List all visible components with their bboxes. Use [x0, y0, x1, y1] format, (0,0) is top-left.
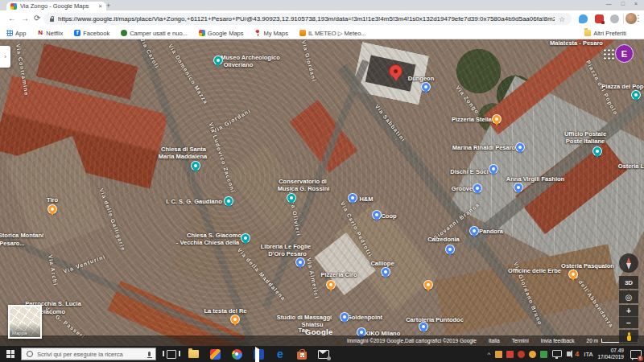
poi-label[interactable]: Storica Montani [0, 232, 43, 239]
satellite-map[interactable]: Museo ArcheologicoOliverianoMalatesta - … [0, 39, 644, 346]
church-icon[interactable] [241, 233, 250, 243]
bookmark-item[interactable]: Camper usati e nuo... [121, 30, 188, 37]
poi-label[interactable]: Anna Virgili Fashion [506, 175, 564, 183]
tray-app-3-icon[interactable] [518, 351, 525, 358]
other-bookmarks-button[interactable]: Altri Preferiti [584, 30, 626, 37]
camera-icon[interactable] [631, 90, 641, 100]
maximize-button[interactable]: □ [621, 1, 625, 6]
hidden-icons-chevron[interactable]: ^ [488, 351, 491, 358]
poi-label[interactable]: H&M [359, 195, 373, 203]
restaurant-icon[interactable] [492, 114, 502, 124]
minimize-button[interactable]: — [606, 1, 612, 6]
back-icon[interactable]: ← [8, 14, 16, 23]
poi-label[interactable]: Cartoleria Puntodoc [406, 316, 464, 323]
extension-grey-icon[interactable] [610, 14, 619, 23]
shopping-bag-icon[interactable] [514, 183, 523, 192]
shopping-bag-icon[interactable] [473, 183, 482, 193]
restaurant-icon[interactable] [47, 204, 57, 214]
poi-label[interactable]: Osteria Pasqualon [561, 262, 614, 269]
tray-app-5-icon[interactable] [540, 351, 547, 358]
pegman-control[interactable] [619, 330, 638, 343]
poi-label[interactable]: Dungeon [408, 75, 435, 82]
new-tab-button[interactable]: + [106, 2, 110, 10]
poi-label[interactable]: Maria Maddalena [159, 153, 207, 160]
poi-label[interactable]: Chiesa di Santa [161, 146, 206, 153]
poi-label[interactable]: Pandora [479, 228, 503, 235]
url-text[interactable]: https://www.google.it/maps/place/Via+Zon… [58, 15, 555, 23]
poi-label[interactable]: Libreria Le Foglie [261, 243, 312, 250]
map-type-inset[interactable]: Mappa [8, 305, 42, 339]
poi-label[interactable]: Museo Archeologico [221, 54, 279, 61]
shopping-bag-icon[interactable] [381, 267, 390, 277]
poi-label[interactable]: Malatesta - Pesaro [550, 39, 603, 47]
chrome-icon[interactable] [231, 348, 242, 360]
tray-app-4-icon[interactable] [529, 351, 536, 358]
side-panel-expand-button[interactable]: › [0, 46, 10, 68]
restaurant-icon[interactable] [230, 315, 240, 324]
tab-close-icon[interactable]: × [98, 3, 102, 10]
poi-label[interactable]: Conservatorio di [279, 178, 327, 185]
poi-label[interactable]: Groove [452, 185, 473, 192]
3d-toggle-button[interactable]: 3D [619, 276, 638, 289]
poi-label[interactable]: Calliope [370, 260, 394, 267]
poi-label[interactable]: Pizzeria Stella [452, 116, 492, 123]
chrome-menu-icon[interactable]: ⋮ [634, 14, 642, 23]
restaurant-icon[interactable] [326, 280, 336, 290]
zoom-in-button[interactable]: + [619, 305, 638, 317]
shopping-bag-icon[interactable] [445, 245, 455, 254]
close-button[interactable]: × [634, 1, 638, 6]
network-icon[interactable] [552, 350, 562, 357]
post-office-icon[interactable] [592, 146, 602, 156]
shopping-bag-icon[interactable] [295, 257, 305, 267]
language-indicator[interactable]: ITA [584, 351, 592, 358]
shopping-bag-icon[interactable] [515, 142, 525, 152]
address-bar[interactable]: https://www.google.it/maps/place/Via+Zon… [43, 13, 572, 25]
destination-marker[interactable] [389, 64, 402, 78]
poi-label[interactable]: Officine delle Erbe [508, 267, 561, 274]
poi-label[interactable]: Ufficio Postale [564, 130, 606, 138]
bookmark-item[interactable]: App [6, 30, 26, 37]
shopping-bag-icon[interactable] [340, 312, 349, 322]
bookmark-item[interactable]: My Maps [254, 30, 287, 37]
bookmark-item[interactable]: Facebook [74, 30, 109, 37]
poi-label[interactable]: Tiro [47, 196, 58, 204]
bookmark-item[interactable]: IL METEO ▷ Meteo... [299, 30, 366, 37]
account-avatar[interactable]: E [615, 44, 634, 63]
poi-label[interactable]: I. C. S. G. Gaudiano [166, 198, 222, 205]
music-icon[interactable] [287, 193, 296, 203]
microphone-icon[interactable] [148, 352, 151, 356]
action-center-icon[interactable]: 6 [630, 350, 642, 359]
my-location-button[interactable]: ◎ [619, 290, 638, 303]
edge-icon[interactable]: e [275, 348, 286, 360]
poi-label[interactable]: Piazza del Popolo [601, 83, 644, 90]
church-icon[interactable] [191, 161, 200, 171]
poi-label[interactable]: Pizzeria Ciro [320, 271, 357, 278]
poi-label[interactable]: - Vecchia Chiesa della [176, 239, 239, 246]
tray-app-1-icon[interactable] [495, 351, 502, 358]
microsoft-store-icon[interactable] [296, 348, 308, 360]
antivirus-icon[interactable]: 4 [575, 350, 579, 358]
poi-label[interactable]: Giacomo [39, 308, 65, 315]
file-explorer-icon[interactable] [188, 348, 199, 360]
task-view-icon[interactable] [166, 348, 177, 360]
google-apps-grid-icon[interactable] [603, 48, 614, 60]
shopping-bag-icon[interactable] [348, 193, 357, 203]
poi-label[interactable]: Pesaro... [0, 240, 25, 247]
poi-label[interactable]: La testa del Re [204, 307, 247, 315]
shopping-bag-icon[interactable] [469, 226, 479, 236]
bookmark-item[interactable]: Google Maps [199, 30, 244, 37]
movies-tv-app-icon[interactable] [253, 348, 264, 360]
mail-app-icon[interactable] [318, 348, 329, 360]
start-button[interactable] [0, 350, 21, 358]
restaurant-icon[interactable] [568, 269, 578, 279]
reload-icon[interactable]: ⟳ [34, 14, 40, 23]
poi-label[interactable]: Chiesa S. Giacomo [187, 232, 242, 239]
shopping-bag-icon[interactable] [489, 164, 498, 174]
museum-icon[interactable] [213, 56, 223, 65]
poi-label[interactable]: Goldenpoint [347, 314, 382, 321]
browser-tab[interactable]: Via Zongo - Google Maps × [6, 2, 106, 10]
compass-control[interactable] [619, 253, 638, 273]
poi-label[interactable]: Studio di Massaggi [277, 314, 332, 321]
poi-label[interactable]: D'Oro Pesaro [268, 250, 307, 257]
taskbar-clock[interactable]: 07.49 17/04/2019 [597, 348, 624, 360]
